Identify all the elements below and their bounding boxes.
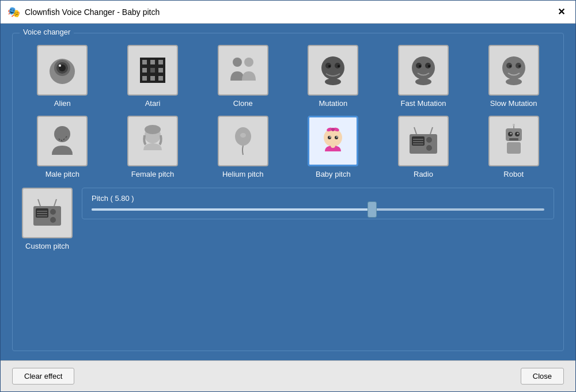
alien-label: Alien	[54, 99, 71, 109]
voice-item-slow-mutation[interactable]: Slow Mutation	[473, 45, 554, 109]
svg-rect-13	[150, 76, 155, 81]
alien-icon-box	[37, 45, 88, 96]
atari-icon-box	[127, 45, 178, 96]
svg-point-16	[244, 58, 253, 67]
slow-mutation-label: Slow Mutation	[490, 99, 537, 109]
helium-pitch-icon	[225, 123, 262, 159]
svg-point-50	[329, 136, 331, 138]
close-icon[interactable]: ✕	[554, 5, 569, 18]
svg-line-78	[38, 199, 40, 206]
clone-icon	[225, 52, 262, 89]
robot-icon	[495, 123, 532, 159]
slow-mutation-icon-box	[488, 45, 539, 96]
custom-pitch-item[interactable]: Custom pitch	[22, 188, 73, 252]
svg-rect-7	[150, 60, 155, 64]
mutation-icon	[314, 52, 351, 89]
svg-point-32	[509, 65, 511, 67]
custom-pitch-icon-box	[22, 188, 73, 238]
custom-pitch-icon	[29, 195, 66, 231]
svg-rect-11	[158, 68, 163, 73]
alien-icon	[44, 52, 81, 89]
svg-line-61	[430, 127, 433, 134]
robot-icon-box	[488, 116, 539, 166]
group-label: Voice changer	[20, 28, 74, 36]
baby-pitch-label: Baby pitch	[316, 170, 351, 180]
svg-point-48	[328, 136, 331, 139]
voice-item-alien[interactable]: Alien	[22, 45, 103, 109]
pitch-slider-label: Pitch ( 5.80 )	[92, 194, 544, 203]
voice-item-fast-mutation[interactable]: Fast Mutation	[383, 45, 464, 109]
voice-item-helium-pitch[interactable]: Helium pitch	[202, 116, 283, 180]
svg-point-34	[506, 78, 522, 85]
svg-point-4	[59, 64, 61, 67]
helium-pitch-label: Helium pitch	[222, 170, 264, 180]
baby-pitch-icon-box	[308, 116, 358, 166]
clone-icon-box	[218, 45, 268, 96]
voice-item-mutation[interactable]: Mutation	[293, 45, 374, 109]
svg-rect-69	[507, 142, 521, 154]
custom-pitch-label: Custom pitch	[25, 242, 69, 252]
voice-item-robot[interactable]: Robot	[473, 116, 554, 180]
voice-item-baby-pitch[interactable]: Baby pitch	[293, 116, 374, 180]
titlebar-left: 🎭 Clownfish Voice Changer - Baby pitch	[7, 6, 160, 18]
bottom-row: Custom pitch Pitch ( 5.80 )	[22, 188, 554, 252]
svg-point-59	[426, 145, 432, 151]
clone-label: Clone	[233, 99, 253, 109]
voice-item-female-pitch[interactable]: Female pitch	[112, 116, 194, 180]
male-pitch-icon	[44, 123, 81, 159]
voice-item-atari[interactable]: Atari	[112, 45, 194, 109]
svg-point-21	[338, 65, 340, 67]
svg-point-43	[240, 133, 246, 138]
svg-point-29	[502, 56, 525, 79]
voice-item-radio[interactable]: Radio	[383, 116, 464, 180]
window-title: Clownfish Voice Changer - Baby pitch	[25, 7, 160, 17]
mutation-label: Mutation	[319, 99, 347, 109]
radio-label: Radio	[414, 170, 433, 180]
svg-point-26	[419, 65, 421, 67]
voice-icons-grid: Alien	[22, 45, 554, 180]
radio-icon-box	[398, 116, 449, 166]
female-pitch-icon	[134, 123, 171, 159]
voice-changer-group: Voice changer Alien	[12, 33, 564, 351]
svg-point-27	[428, 65, 430, 67]
svg-point-68	[513, 124, 515, 126]
svg-point-52	[331, 143, 335, 148]
svg-rect-10	[150, 68, 155, 73]
atari-label: Atari	[145, 99, 161, 109]
helium-pitch-icon-box	[218, 116, 268, 166]
svg-point-49	[335, 136, 338, 139]
voice-item-male-pitch[interactable]: Male pitch	[22, 116, 103, 180]
svg-rect-9	[142, 68, 147, 73]
svg-point-47	[331, 128, 335, 131]
svg-point-58	[426, 137, 432, 143]
main-window: 🎭 Clownfish Voice Changer - Baby pitch ✕…	[0, 0, 576, 392]
app-icon: 🎭	[7, 6, 20, 18]
radio-icon	[405, 123, 442, 159]
slow-mutation-icon	[495, 52, 532, 89]
baby-pitch-icon	[314, 123, 351, 159]
clear-effect-button[interactable]: Clear effect	[12, 368, 74, 385]
voice-item-clone[interactable]: Clone	[202, 45, 283, 109]
svg-rect-14	[158, 76, 163, 81]
main-content: Voice changer Alien	[1, 24, 575, 360]
slider-thumb[interactable]	[367, 201, 377, 218]
robot-label: Robot	[503, 170, 524, 180]
slider-track[interactable]	[92, 208, 544, 211]
fast-mutation-icon	[405, 52, 442, 89]
footer: Clear effect Close	[1, 360, 575, 391]
svg-point-20	[328, 65, 331, 67]
close-button[interactable]: Close	[521, 368, 564, 385]
svg-point-77	[50, 217, 56, 223]
svg-line-60	[414, 127, 416, 134]
svg-point-15	[233, 58, 242, 67]
fast-mutation-icon-box	[398, 45, 449, 96]
svg-rect-12	[142, 76, 147, 81]
female-pitch-icon-box	[127, 116, 178, 166]
atari-icon	[134, 52, 171, 89]
titlebar: 🎭 Clownfish Voice Changer - Baby pitch ✕	[1, 1, 575, 24]
pitch-slider-area: Pitch ( 5.80 )	[82, 188, 554, 219]
male-pitch-icon-box	[37, 116, 88, 166]
svg-point-28	[415, 78, 431, 85]
svg-point-41	[145, 125, 161, 134]
male-pitch-label: Male pitch	[46, 170, 79, 180]
